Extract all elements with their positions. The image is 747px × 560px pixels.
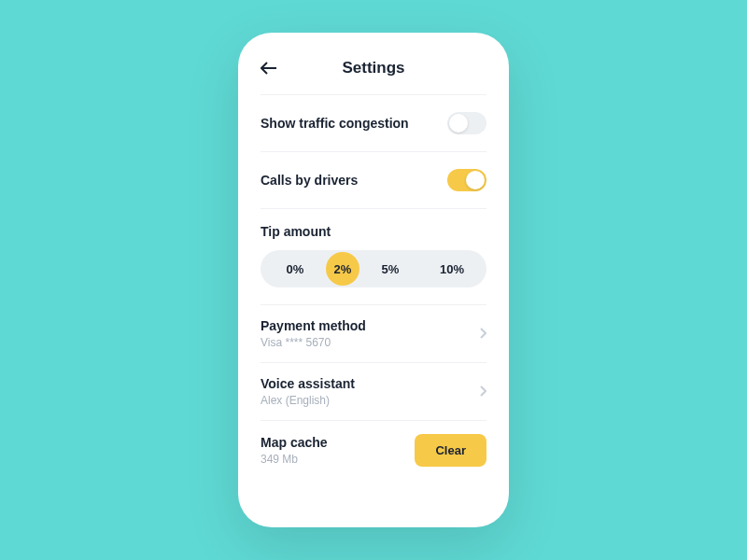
- toggle-knob: [449, 114, 468, 133]
- traffic-label: Show traffic congestion: [261, 116, 409, 131]
- settings-screen: Settings Show traffic congestion Calls b…: [238, 33, 509, 527]
- tip-option-5[interactable]: 5%: [359, 255, 421, 284]
- tip-title: Tip amount: [261, 224, 486, 239]
- payment-row[interactable]: Payment method Visa **** 5670: [261, 305, 486, 362]
- cache-value: 349 Mb: [261, 453, 328, 466]
- cache-text: Map cache 349 Mb: [261, 435, 328, 466]
- tip-segmented: 0% 2% 5% 10%: [261, 250, 486, 287]
- toggle-knob: [466, 171, 485, 189]
- chevron-right-icon: [479, 384, 486, 400]
- traffic-row: Show traffic congestion: [261, 95, 486, 151]
- clear-button[interactable]: Clear: [415, 434, 486, 467]
- calls-row: Calls by drivers: [261, 152, 486, 208]
- tip-option-0[interactable]: 0%: [264, 255, 326, 284]
- voice-value: Alex (English): [261, 394, 355, 407]
- header: Settings: [261, 59, 486, 94]
- calls-label: Calls by drivers: [261, 173, 358, 188]
- traffic-toggle[interactable]: [447, 112, 486, 134]
- page-title: Settings: [261, 59, 486, 77]
- chevron-right-icon: [479, 326, 486, 343]
- payment-title: Payment method: [261, 318, 366, 333]
- calls-toggle[interactable]: [447, 169, 486, 191]
- tip-option-10[interactable]: 10%: [421, 255, 483, 284]
- tip-section: Tip amount 0% 2% 5% 10%: [261, 209, 486, 304]
- cache-row: Map cache 349 Mb Clear: [261, 421, 486, 480]
- voice-row[interactable]: Voice assistant Alex (English): [261, 363, 486, 420]
- payment-value: Visa **** 5670: [261, 336, 366, 349]
- voice-title: Voice assistant: [261, 376, 355, 391]
- cache-title: Map cache: [261, 435, 328, 450]
- payment-text: Payment method Visa **** 5670: [261, 318, 366, 349]
- voice-text: Voice assistant Alex (English): [261, 376, 355, 407]
- tip-option-2[interactable]: 2%: [326, 252, 359, 286]
